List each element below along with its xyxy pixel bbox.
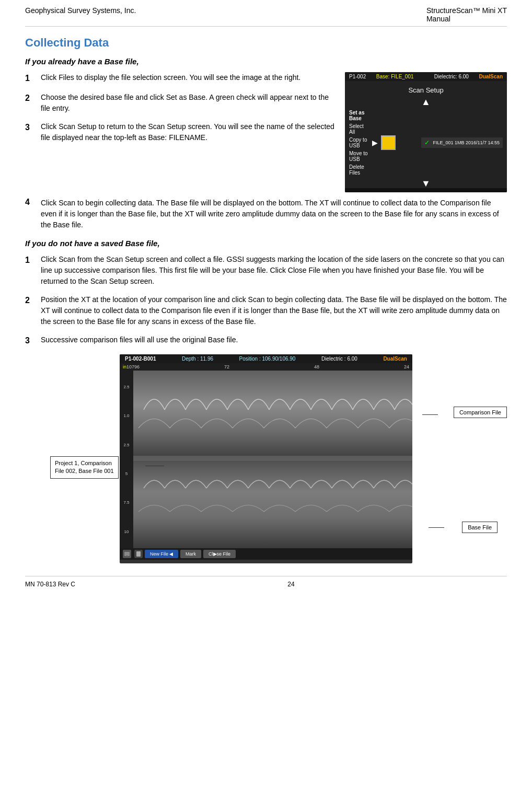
numbered-list-2: 1 Click Scan from the Scan Setup screen … (25, 254, 507, 347)
callout-line-comparison (422, 414, 438, 415)
waveform-svg (133, 371, 412, 548)
list-item: 1 Click Files to display the file select… (25, 72, 336, 85)
scan-setup-screen: P1-002 Base: FILE_001 Dielectric: 6.00 D… (345, 72, 507, 192)
diel-label: Dielectric : 6.00 (321, 356, 357, 362)
callout-left: Project 1, Comparison File 002, Base Fil… (50, 456, 119, 479)
step-text: Position the XT at the location of your … (41, 294, 507, 327)
svg-rect-6 (136, 551, 141, 557)
menu-item-set-as-base[interactable]: Set as Base (349, 109, 369, 122)
list-item: 3 Click Scan Setup to return to the Scan… (25, 121, 336, 143)
scan-data-topbar: P1-002-B001 Depth : 11.96 Position : 106… (120, 354, 412, 363)
position-label: Position : 106.90/106.90 (239, 356, 296, 362)
menu-item-select-all[interactable]: Select All (349, 122, 369, 136)
file-entry-text: FILE_001 1MB 2016/11/7 14:55 (433, 140, 500, 145)
list-item: 2 Choose the desired base file and click… (25, 92, 336, 114)
arrow-up-icon: ▲ (345, 97, 507, 107)
waveform-area (133, 371, 412, 548)
svg-rect-1 (133, 371, 412, 456)
step-num: 3 (25, 334, 36, 347)
ruler-107: 107 (126, 364, 134, 369)
check-icon: ✓ (424, 139, 430, 146)
numbered-list-1: 1 Click Files to display the file select… (25, 72, 336, 143)
unit-label: in (123, 364, 126, 369)
step-text: Click Files to display the file selectio… (41, 72, 300, 85)
menu-item-delete-files[interactable]: Delete Files (349, 163, 369, 177)
steps-column: 1 Click Files to display the file select… (25, 72, 336, 192)
svg-rect-2 (133, 456, 412, 461)
selection-square (381, 135, 396, 150)
step-text: Choose the desired base file and click S… (41, 92, 336, 114)
base-label: Base: FILE_001 (376, 74, 414, 79)
list-item: 1 Click Scan from the Scan Setup screen … (25, 254, 507, 287)
step4-row: 4 Click Scan to begin collecting data. T… (25, 198, 507, 230)
menu-item-copy-to-usb[interactable]: Copy to USB (349, 136, 369, 149)
footer-page-num: 24 (287, 581, 294, 588)
step-num: 1 (25, 254, 36, 287)
step4-text: Click Scan to begin collecting data. The… (41, 198, 507, 230)
header-company: Geophysical Survey Systems, Inc. (25, 6, 136, 15)
ruler-96: 96 (134, 364, 140, 369)
project-label: P1-002-B001 (125, 356, 156, 362)
scan-topbar: P1-002 Base: FILE_001 Dielectric: 6.00 D… (345, 72, 507, 81)
scan-data-screen: P1-002-B001 Depth : 11.96 Position : 106… (120, 354, 412, 563)
svg-rect-5 (126, 556, 128, 557)
step-num: 2 (25, 92, 36, 114)
callout-line-left (145, 466, 164, 466)
arrow-down-icon: ▼ (345, 179, 507, 188)
device-icon (123, 550, 131, 558)
dielectric-label: Dielectric: 6.00 (434, 74, 469, 79)
dualscan-label: DualScan (383, 356, 407, 362)
scan-setup-menu: Set as Base Select All Copy to USB Move … (349, 109, 369, 177)
step-num: 4 (25, 198, 36, 230)
callout-comparison: Comparison File (454, 407, 507, 418)
arrow-right-icon: ▶ (372, 138, 378, 147)
sub2-heading: If you do not have a saved Base file, (25, 239, 507, 248)
step-text: Click Scan from the Scan Setup screen an… (41, 254, 507, 287)
list-item: 3 Successive comparison files will all u… (25, 334, 507, 347)
new-file-button[interactable]: New File◀ (145, 550, 178, 558)
dualscan-label: DualScan (479, 74, 503, 79)
menu-item-move-to-usb[interactable]: Move to USB (349, 149, 369, 163)
step-num: 2 (25, 294, 36, 327)
step-text: Successive comparison files will all use… (41, 334, 238, 347)
svg-rect-3 (133, 461, 412, 548)
header-product: StructureScan™ Mini XT Manual (426, 6, 507, 23)
scan-body: 2.5 1.0 2.5 5 7.5 10 (120, 371, 412, 548)
content-with-image: 1 Click Files to display the file select… (25, 72, 507, 192)
step-num: 3 (25, 121, 36, 143)
step-text: Click Scan Setup to return to the Scan S… (41, 121, 336, 143)
scan-data-section: Project 1, Comparison File 002, Base Fil… (25, 354, 507, 563)
ruler-72: 72 (224, 364, 229, 369)
mark-button[interactable]: Mark (180, 550, 201, 558)
ruler-48: 48 (314, 364, 319, 369)
depth-label: Depth : 11.96 (182, 356, 213, 362)
scan-setup-title: Scan Setup (345, 81, 507, 97)
page-header: Geophysical Survey Systems, Inc. Structu… (25, 6, 507, 27)
p1-label: P1-002 (349, 74, 366, 79)
step-num: 1 (25, 72, 36, 85)
footer-left: MN 70-813 Rev C (25, 581, 75, 588)
scan-bottombar: New File◀ Mark Cl◀se File (120, 548, 412, 560)
scan-setup-image: P1-002 Base: FILE_001 Dielectric: 6.00 D… (345, 72, 507, 192)
file-icon (134, 550, 143, 558)
page-footer: MN 70-813 Rev C 24 (25, 576, 507, 588)
depth-labels: 2.5 1.0 2.5 5 7.5 10 (120, 371, 133, 548)
close-file-button[interactable]: Cl◀se File (203, 550, 236, 558)
ruler-24: 24 (404, 364, 409, 369)
scan-setup-bottom: GSSI (345, 188, 507, 192)
svg-rect-4 (124, 552, 130, 556)
section-title: Collecting Data (25, 36, 507, 50)
list-item: 2 Position the XT at the location of you… (25, 294, 507, 327)
scan-ruler: in 107 96 72 48 24 (120, 363, 412, 371)
sub1-heading: If you already have a Base file, (25, 57, 507, 66)
file-entry: ✓ FILE_001 1MB 2016/11/7 14:55 (421, 137, 503, 148)
scan-setup-middle: Set as Base Select All Copy to USB Move … (345, 107, 507, 179)
callout-base: Base File (462, 522, 498, 533)
callout-line-base (429, 527, 444, 528)
